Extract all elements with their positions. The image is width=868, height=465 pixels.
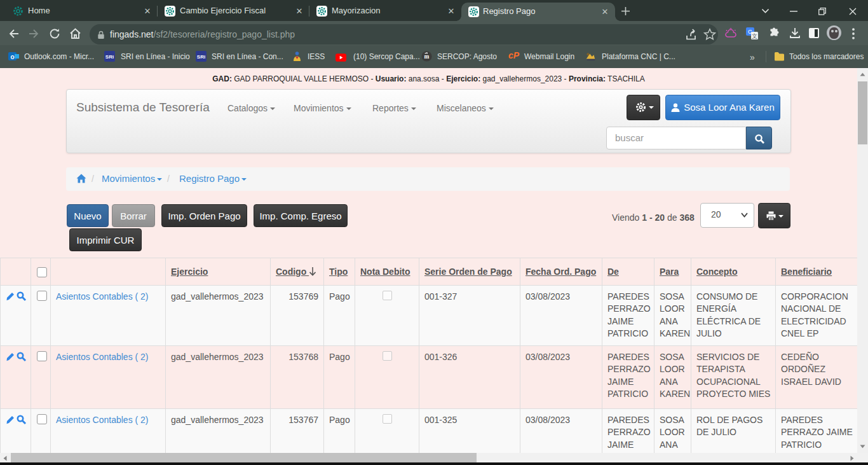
svg-text:m: m — [424, 53, 430, 60]
svg-text:文: 文 — [752, 33, 757, 39]
svg-text:SRi: SRi — [105, 54, 114, 60]
svg-text:SRi: SRi — [197, 54, 205, 60]
svg-text:o: o — [10, 53, 14, 60]
